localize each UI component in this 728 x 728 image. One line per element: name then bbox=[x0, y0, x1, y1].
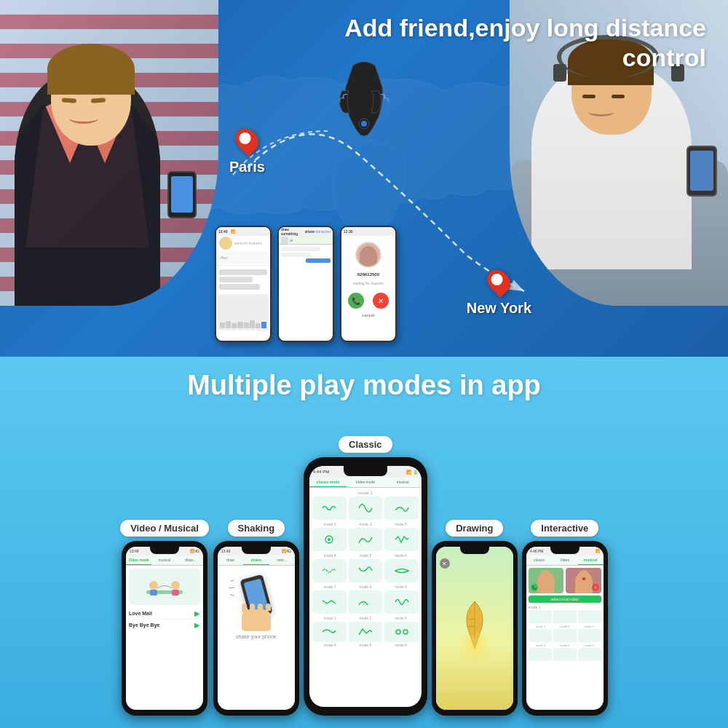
svg-point-10 bbox=[396, 630, 400, 634]
phone-notch bbox=[242, 547, 271, 554]
paris-location: Paris bbox=[229, 127, 265, 175]
svg-rect-5 bbox=[150, 590, 157, 596]
mode-label-drawing: Drawing bbox=[446, 520, 503, 537]
phone-classic: 4:44 PM📶 🔋 classic mode Video mode music… bbox=[304, 457, 427, 716]
app-tabs: classic Video musical bbox=[526, 555, 604, 566]
mode-label-video-musical: Video / Musical bbox=[120, 520, 209, 537]
top-section: Add friend,enjoy long distance control bbox=[0, 0, 728, 357]
mode-label-classic: Classic bbox=[339, 436, 392, 453]
app-tabs: classic mode Video mode musical bbox=[309, 478, 422, 488]
mode-label-interactive: Interactive bbox=[531, 520, 598, 537]
svg-point-1 bbox=[361, 121, 367, 127]
phone-screen-video-musical: 13:49📶4G Video mode musical draw... bbox=[126, 547, 203, 710]
mode-card-video-musical: Video / Musical 13:49📶4G Video mode musi… bbox=[120, 520, 209, 716]
svg-point-6 bbox=[171, 581, 180, 590]
phone-screen-classic: 4:44 PM📶 🔋 classic mode Video mode music… bbox=[309, 466, 422, 707]
phone-video-musical: 13:49📶4G Video mode musical draw... bbox=[122, 541, 207, 716]
page-title: Add friend,enjoy long distance control bbox=[344, 13, 706, 73]
phone-notch bbox=[150, 547, 179, 554]
phone-notch-large bbox=[344, 466, 387, 476]
phone-interactive: 4:46 PM📶 classic Video musical bbox=[522, 541, 608, 716]
phone-drawing: ✕ bbox=[432, 541, 518, 716]
classic-modes-grid: mode 1 bbox=[309, 488, 422, 650]
mode-card-shaking: Shaking 13:49📶4G draw shake inter... bbox=[213, 520, 299, 716]
bottom-title: Multiple play modes in app bbox=[0, 357, 728, 410]
person-left bbox=[0, 0, 218, 306]
phone-screen-interactive: 4:46 PM📶 classic Video musical bbox=[526, 547, 604, 710]
phone-notch bbox=[550, 547, 579, 554]
phone-screen-drawing: ✕ bbox=[436, 547, 513, 710]
phone-shaking: 13:49📶4G draw shake inter... bbox=[213, 541, 299, 716]
phone-screen-shaking: 13:49📶4G draw shake inter... bbox=[218, 547, 295, 710]
app-tabs: draw shake inter... bbox=[218, 555, 295, 566]
svg-point-9 bbox=[328, 538, 331, 541]
app-mockups-left: 13:49 📶 search friends Alex bbox=[215, 226, 397, 342]
phone-notch bbox=[460, 547, 489, 554]
mode-card-classic: Classic 4:44 PM📶 🔋 classic mode Video mo… bbox=[304, 436, 427, 716]
svg-rect-7 bbox=[172, 590, 179, 596]
app-tabs: Video mode musical draw... bbox=[126, 555, 203, 566]
newyork-location: New York bbox=[467, 269, 531, 317]
mode-card-drawing: Drawing bbox=[432, 520, 518, 716]
svg-point-4 bbox=[149, 581, 158, 590]
mode-card-interactive: Interactive 4:46 PM📶 classic Video music… bbox=[522, 520, 608, 716]
svg-point-11 bbox=[403, 630, 408, 634]
bottom-section: Multiple play modes in app Video / Music… bbox=[0, 357, 728, 728]
mode-label-shaking: Shaking bbox=[228, 520, 285, 537]
modes-row: Video / Musical 13:49📶4G Video mode musi… bbox=[0, 410, 728, 716]
